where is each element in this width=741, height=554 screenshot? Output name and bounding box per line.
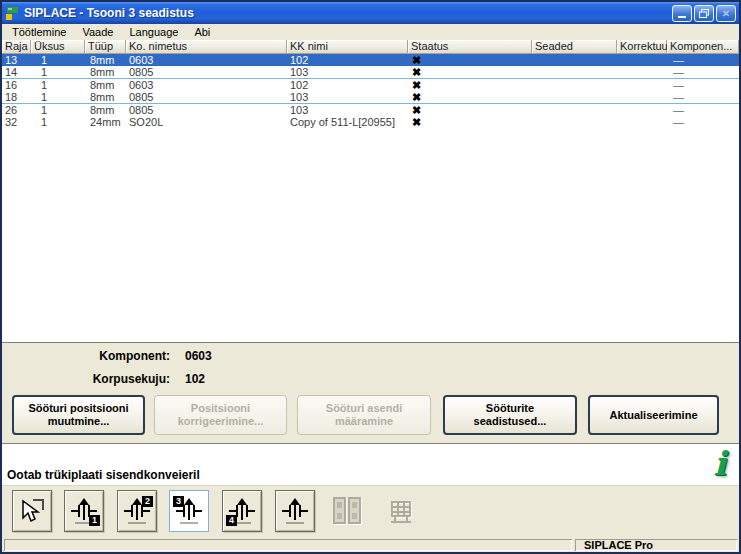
- korpusekuju-value: 102: [185, 372, 205, 386]
- refresh-button[interactable]: Aktualiseerimine: [588, 395, 719, 435]
- cell-raja: 26: [2, 104, 31, 116]
- cell-staatus: ✖Puudub söötur: [408, 104, 532, 116]
- select-cursor-button[interactable]: [12, 490, 52, 532]
- cell-tyyp: 8mm: [85, 54, 126, 66]
- korpusekuju-line: Korpusekuju:102: [2, 372, 205, 386]
- cell-komponente: —: [667, 66, 739, 78]
- feeder-zone-2-button[interactable]: 2: [117, 490, 157, 532]
- cell-raja: 14: [2, 66, 31, 78]
- cell-raja: 16: [2, 79, 31, 91]
- column-header-staatus[interactable]: Staatus: [408, 40, 532, 54]
- cell-korrektuur: [617, 104, 667, 116]
- feeder-icon: [282, 497, 308, 525]
- table-row[interactable]: 14 1 8mm 0805 103 ✖Puudub söötur —: [2, 66, 739, 79]
- cell-ko-nimetus: 0603: [126, 54, 287, 66]
- cell-kk-nimi: 103: [287, 91, 408, 103]
- feeder-settings-button[interactable]: Sööturite seadistused...: [443, 395, 577, 435]
- board-magazine-icon: [330, 496, 364, 526]
- cell-ko-nimetus: 0805: [126, 66, 287, 78]
- close-button: ✕: [716, 5, 736, 22]
- cell-ko-nimetus: 0805: [126, 91, 287, 103]
- component-info-panel: Komponent:0603 Korpusekuju:102 Sööturi p…: [2, 342, 739, 443]
- cell-ko-nimetus: 0603: [126, 79, 287, 91]
- feeder-position-change-button[interactable]: Sööturi positsiooni muutmine...: [12, 395, 145, 435]
- komponent-label: Komponent:: [2, 349, 170, 363]
- column-header-ko-nimetus[interactable]: Ko. nimetus: [126, 40, 287, 54]
- komponent-value: 0603: [185, 349, 212, 363]
- table-row[interactable]: 26 1 8mm 0805 103 ✖Puudub söötur —: [2, 104, 739, 116]
- menu-abi[interactable]: Abi: [186, 25, 218, 39]
- cell-kk-nimi: 102: [287, 54, 408, 66]
- feeder-zone-4-button[interactable]: 4: [222, 490, 262, 532]
- cell-korrektuur: [617, 66, 667, 78]
- cell-raja: 13: [2, 54, 31, 66]
- cell-tyyp: 8mm: [85, 79, 126, 91]
- board-magazine-button-disabled: [329, 494, 365, 528]
- column-header-raja[interactable]: Raja: [2, 40, 31, 54]
- column-header-tyyp[interactable]: Tüüp: [85, 40, 126, 54]
- cell-kk-nimi: Copy of 511-L[20955]: [287, 116, 408, 128]
- cell-seaded: [532, 104, 617, 116]
- feeder-zone-1-button[interactable]: 1: [64, 490, 104, 532]
- error-x-icon: ✖: [412, 104, 421, 116]
- cell-korrektuur: [617, 79, 667, 91]
- table-row[interactable]: 13 1 8mm 0603 102 ✖Puudub söötur —: [2, 54, 739, 66]
- feeder-table: 13 1 8mm 0603 102 ✖Puudub söötur — 14 1 …: [2, 54, 739, 342]
- table-row[interactable]: 18 1 8mm 0805 103 ✖Puudub söötur —: [2, 91, 739, 104]
- window-controls: ✕: [672, 5, 736, 22]
- window-title: SIPLACE - Tsooni 3 seadistus: [24, 6, 668, 20]
- table-row[interactable]: 32 1 24mm SO20L Copy of 511-L[20955] ✖Pu…: [2, 116, 739, 128]
- cell-tyyp: 8mm: [85, 91, 126, 103]
- cell-seaded: [532, 54, 617, 66]
- cell-tyyp: 24mm: [85, 116, 126, 128]
- cell-komponente: —: [667, 91, 739, 103]
- machine-status-area: Ootab trükiplaati sisendkonveieril i: [2, 443, 739, 485]
- feeder-all-zones-button[interactable]: [275, 490, 315, 532]
- error-x-icon: ✖: [412, 116, 421, 128]
- menu-tootlemine[interactable]: Töötlemine: [4, 25, 74, 39]
- position-correction-button: Positsiooni korrigeerimine...: [154, 395, 287, 435]
- error-x-icon: ✖: [412, 54, 421, 66]
- cell-staatus: ✖Puudub söötur: [408, 91, 532, 103]
- machine-status-message: Ootab trükiplaati sisendkonveieril: [7, 468, 200, 482]
- error-x-icon: ✖: [412, 79, 421, 91]
- table-header: Raja Üksus Tüüp Ko. nimetus KK nimi Staa…: [2, 40, 739, 54]
- cell-ko-nimetus: 0805: [126, 104, 287, 116]
- zone-number-badge: 4: [226, 515, 237, 526]
- cell-korrektuur: [617, 91, 667, 103]
- info-icon[interactable]: i: [713, 445, 726, 482]
- cell-staatus: ✖Puudub söötur: [408, 66, 532, 78]
- cell-komponente: —: [667, 104, 739, 116]
- cell-yksus: 1: [31, 116, 85, 128]
- status-bar: SIPLACE Pro: [2, 538, 739, 552]
- cell-yksus: 1: [31, 79, 85, 91]
- cell-raja: 18: [2, 91, 31, 103]
- minimize-button[interactable]: [672, 5, 692, 22]
- feeder-zone-3-button[interactable]: 3: [169, 490, 209, 532]
- bottom-toolbar: 1 2: [2, 485, 739, 538]
- error-x-icon: ✖: [412, 91, 421, 103]
- cell-tyyp: 8mm: [85, 104, 126, 116]
- statusbar-left-panel: [4, 539, 572, 551]
- column-header-yksus[interactable]: Üksus: [31, 40, 85, 54]
- cell-yksus: 1: [31, 104, 85, 116]
- zone-number-badge: 2: [142, 496, 153, 507]
- column-header-kk-nimi[interactable]: KK nimi: [287, 40, 408, 54]
- column-header-komponente[interactable]: Komponen...: [667, 40, 739, 54]
- menu-language[interactable]: Language: [121, 25, 186, 39]
- zone-number-badge: 1: [89, 515, 100, 526]
- column-header-korrektuur[interactable]: Korrektuur: [617, 40, 667, 54]
- menu-vaade[interactable]: Vaade: [74, 25, 121, 39]
- product-name: SIPLACE Pro: [575, 539, 737, 551]
- cell-komponente: —: [667, 79, 739, 91]
- maximize-button[interactable]: [694, 5, 714, 22]
- cell-korrektuur: [617, 116, 667, 128]
- cell-raja: 32: [2, 116, 31, 128]
- cell-tyyp: 8mm: [85, 66, 126, 78]
- column-header-seaded[interactable]: Seaded: [532, 40, 617, 54]
- cell-komponente: —: [667, 116, 739, 128]
- close-icon: ✕: [722, 6, 730, 21]
- table-row[interactable]: 16 1 8mm 0603 102 ✖Puudub söötur —: [2, 79, 739, 91]
- minimize-icon: [678, 16, 686, 18]
- cell-seaded: [532, 91, 617, 103]
